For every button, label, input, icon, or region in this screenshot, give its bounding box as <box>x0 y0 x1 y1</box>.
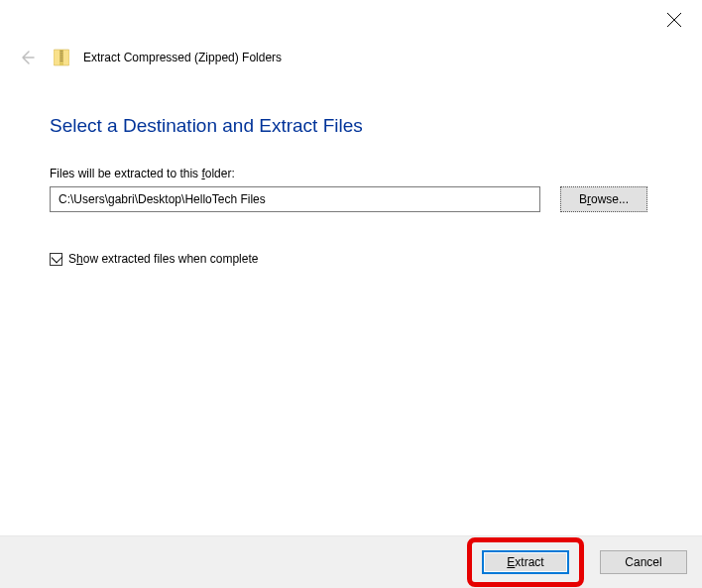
browse-pre: B <box>579 192 587 206</box>
svg-rect-7 <box>60 57 63 58</box>
folder-label-post: older: <box>205 167 235 180</box>
svg-rect-9 <box>60 60 63 61</box>
folder-label: Files will be extracted to this folder: <box>50 167 652 180</box>
close-button[interactable] <box>666 12 682 28</box>
show-label-pre: S <box>68 252 76 266</box>
show-label-post: ow extracted files when complete <box>83 252 259 266</box>
wizard-header: Extract Compressed (Zipped) Folders <box>0 38 702 77</box>
back-arrow-icon <box>18 49 36 66</box>
back-button <box>18 49 36 66</box>
svg-rect-8 <box>60 59 63 59</box>
cancel-button[interactable]: Cancel <box>600 550 687 574</box>
zip-folder-icon <box>54 48 69 67</box>
svg-rect-4 <box>60 51 63 52</box>
extract-button[interactable]: Extract <box>482 550 569 574</box>
browse-post: owse... <box>591 192 629 206</box>
extract-post: xtract <box>515 555 543 569</box>
extract-highlight: Extract <box>467 537 584 587</box>
show-files-label[interactable]: Show extracted files when complete <box>68 252 258 266</box>
svg-rect-5 <box>60 53 63 54</box>
close-icon <box>666 12 682 28</box>
folder-label-pre: Files will be extracted to this <box>50 167 201 180</box>
footer-bar: Extract Cancel <box>0 535 702 588</box>
page-heading: Select a Destination and Extract Files <box>50 115 652 137</box>
show-label-accel: h <box>76 252 83 266</box>
svg-rect-6 <box>60 55 63 56</box>
destination-path-input[interactable] <box>50 186 540 212</box>
show-files-checkbox[interactable] <box>50 253 62 266</box>
wizard-title: Extract Compressed (Zipped) Folders <box>83 51 282 64</box>
browse-button[interactable]: Browse... <box>560 186 647 212</box>
